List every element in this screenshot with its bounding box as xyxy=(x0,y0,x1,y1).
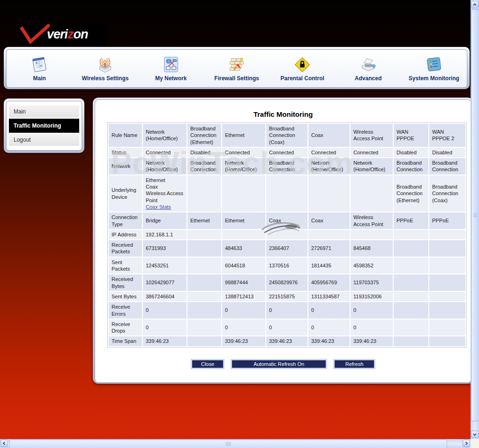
nav-item-firewall-settings[interactable]: Firewall Settings xyxy=(204,55,269,82)
content-panel: Traffic Monitoring Rule NameNetwork (Hom… xyxy=(93,98,473,384)
table-cell xyxy=(429,292,465,301)
traffic-table-wrap: Rule NameNetwork (Home/Office)Broadband … xyxy=(107,122,467,348)
horizontal-scrollbar[interactable] xyxy=(0,439,471,448)
nav-item-parental-control[interactable]: Parental Control xyxy=(269,55,335,82)
nav-item-label: System Monitoring xyxy=(409,76,459,82)
refresh-button[interactable]: Refresh xyxy=(333,359,375,369)
table-cell[interactable]: WAN PPPOE 2 xyxy=(429,124,465,147)
nav-item-wireless-settings[interactable]: Wireless Settings xyxy=(72,55,138,82)
sidebar-item-traffic-monitoring[interactable]: Traffic Monitoring xyxy=(9,119,79,133)
table-cell[interactable]: Broadband Connection (Ethernet) xyxy=(394,175,428,212)
table-cell[interactable]: Wireless Access Point xyxy=(351,124,393,147)
table-row: Sent Packets1245325160445181370516181443… xyxy=(109,258,465,274)
main-icon xyxy=(30,55,49,74)
table-cell: Connected xyxy=(143,148,187,157)
table-cell: 1026429077 xyxy=(143,274,187,291)
table-cell: Connected xyxy=(351,148,393,157)
table-cell: 1311334587 xyxy=(308,292,350,301)
nav-item-label: Wireless Settings xyxy=(82,76,128,82)
table-row: Rule NameNetwork (Home/Office)Broadband … xyxy=(109,124,465,147)
top-navbar: Main Wireless Settings xyxy=(4,47,470,89)
table-cell[interactable]: Network (Home/Office) xyxy=(143,124,187,147)
table-cell xyxy=(429,274,465,291)
verizon-wordmark: verizon xyxy=(47,27,88,42)
row-label: Receive Errors xyxy=(109,302,142,319)
sidebar-item-main[interactable]: Main xyxy=(9,106,79,118)
table-cell: Broadband Connection xyxy=(394,158,428,175)
table-cell: Ethernet xyxy=(222,213,265,229)
nav-item-system-monitoring[interactable]: System Monitoring xyxy=(401,55,467,82)
table-cell xyxy=(394,319,428,336)
row-label: Network xyxy=(109,158,142,175)
table-cell xyxy=(429,258,465,274)
table-cell: 405956769 xyxy=(308,274,350,291)
table-cell: 0 xyxy=(351,319,393,336)
table-cell xyxy=(429,230,465,239)
table-cell: 1370516 xyxy=(266,258,307,274)
nav-item-my-network[interactable]: My Network xyxy=(138,55,204,82)
table-cell[interactable]: Broadband Connection (Ethernet) xyxy=(187,124,221,147)
table-cell xyxy=(187,240,221,257)
advanced-icon xyxy=(359,55,378,74)
row-label: Time Span xyxy=(109,336,142,346)
table-cell[interactable]: WAN PPPOE xyxy=(394,124,428,147)
firewall-settings-icon xyxy=(227,55,246,74)
row-label: IP Address xyxy=(109,230,142,239)
table-cell[interactable]: Broadband Connection (Coax) xyxy=(266,124,307,147)
table-cell: Broadband Connection xyxy=(187,158,221,175)
row-label: Received Bytes xyxy=(109,274,142,291)
table-cell xyxy=(394,240,428,257)
table-cell: 221515875 xyxy=(266,292,307,301)
table-cell[interactable]: EthernetCoaxWireless Access PointCoax St… xyxy=(143,175,187,212)
coax-stats-link[interactable]: Coax Stats xyxy=(146,204,184,210)
table-cell: 6731993 xyxy=(143,240,187,257)
table-cell xyxy=(222,230,265,239)
table-cell: 0 xyxy=(266,302,307,319)
row-label: Sent Bytes xyxy=(109,292,142,301)
table-cell: Wireless Access Point xyxy=(351,213,393,229)
table-cell: 0 xyxy=(266,319,307,336)
vertical-scrollbar[interactable] xyxy=(471,0,479,439)
table-cell: Disabled xyxy=(429,148,465,157)
wireless-settings-icon xyxy=(96,55,114,74)
scroll-left-icon[interactable] xyxy=(0,440,8,447)
nav-item-main[interactable]: Main xyxy=(7,55,72,82)
scroll-right-icon[interactable] xyxy=(463,440,470,447)
page-title: Traffic Monitoring xyxy=(95,110,471,118)
table-cell xyxy=(187,175,221,212)
scroll-down-icon[interactable] xyxy=(471,431,479,438)
nav-item-advanced[interactable]: Advanced xyxy=(335,55,401,82)
automatic-refresh-button[interactable]: Automatic Refresh On xyxy=(231,359,327,369)
table-cell: 0 xyxy=(222,302,265,319)
table-cell: Ethernet xyxy=(187,213,221,229)
table-row: NetworkNetwork (Home/Office)Broadband Co… xyxy=(109,158,465,175)
verizon-check-icon xyxy=(20,24,50,45)
table-cell: 845468 xyxy=(351,240,393,257)
table-cell: 339:46:23 xyxy=(143,336,187,346)
table-cell xyxy=(394,230,428,239)
traffic-table-body: Rule NameNetwork (Home/Office)Broadband … xyxy=(109,124,465,346)
table-cell[interactable]: Broadband Connection (Coax) xyxy=(429,175,465,212)
table-cell xyxy=(394,336,428,346)
table-cell[interactable]: Coax xyxy=(308,124,350,147)
table-cell: Coax xyxy=(266,213,307,229)
nav-item-label: Firewall Settings xyxy=(214,76,259,82)
close-button[interactable]: Close xyxy=(191,359,225,369)
table-cell: Connected xyxy=(222,148,265,157)
table-cell: 192.168.1.1 xyxy=(143,230,187,239)
vertical-scroll-thumb[interactable] xyxy=(471,9,479,421)
sidebar-item-logout[interactable]: Logout xyxy=(9,134,79,146)
table-cell xyxy=(394,274,428,291)
scroll-up-icon[interactable] xyxy=(471,1,479,8)
table-cell xyxy=(351,230,393,239)
table-cell[interactable]: Ethernet xyxy=(222,124,265,147)
table-cell xyxy=(187,319,221,336)
table-cell: 339:46:23 xyxy=(351,336,393,346)
table-row: Time Span339:46:23339:46:23339:46:23339:… xyxy=(109,336,465,346)
horizontal-scroll-thumb[interactable] xyxy=(9,440,447,448)
table-cell xyxy=(187,258,221,274)
table-cell: 1193152006 xyxy=(351,292,393,301)
table-row: Connection TypeBridgeEthernetEthernetCoa… xyxy=(109,213,465,229)
table-row: Receive Drops00000 xyxy=(109,319,465,336)
row-label: Rule Name xyxy=(109,124,142,147)
